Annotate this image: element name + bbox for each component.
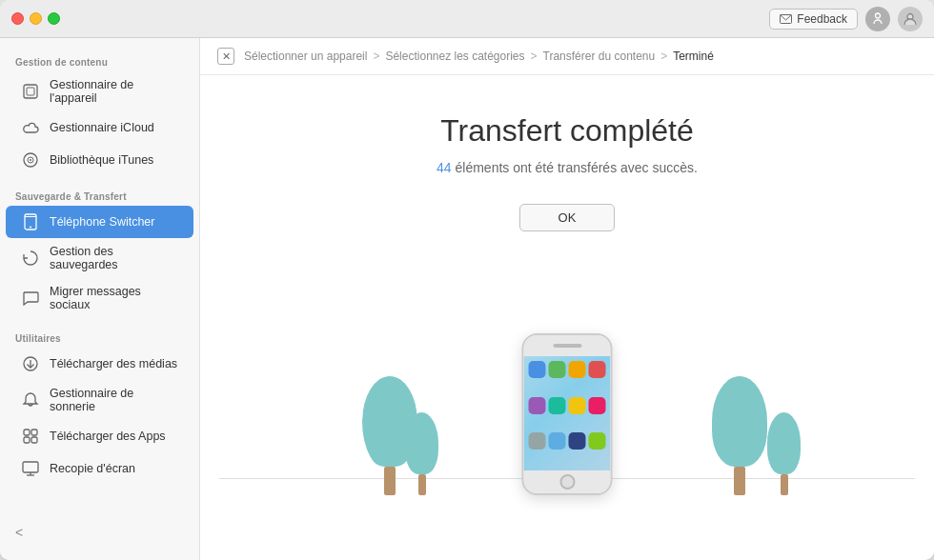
breadcrumb-step-1[interactable]: Sélectionnez les catégories [385, 50, 524, 63]
svg-rect-12 [24, 430, 30, 435]
sidebar-item-apps[interactable]: Télécharger des Apps [6, 420, 193, 452]
app-icon-3 [569, 361, 586, 378]
phone [522, 333, 613, 495]
tree-right-small [767, 412, 801, 495]
sidebar-item-messages-label: Migrer messages sociaux [50, 285, 178, 311]
content-area: ✕ Sélectionner un appareil > Sélectionne… [200, 38, 934, 560]
app-window: Feedback Gestion de contenu [0, 0, 934, 560]
cloud-icon [21, 118, 40, 137]
sidebar-item-medias[interactable]: Télécharger des médias [6, 348, 193, 380]
breadcrumb-sep-1: > [531, 50, 538, 63]
breadcrumb-sep-0: > [373, 50, 379, 63]
sidebar-item-medias-label: Télécharger des médias [50, 357, 177, 370]
sidebar-item-itunes[interactable]: Bibliothèque iTunes [6, 144, 193, 176]
sidebar-item-itunes-label: Bibliothèque iTunes [50, 153, 153, 167]
phone-illustration [522, 333, 613, 495]
svg-point-6 [30, 159, 31, 161]
phone-home-button [559, 474, 575, 490]
section-utilitaires-title: Utilitaires [0, 326, 199, 348]
breadcrumb-bar: ✕ Sélectionner un appareil > Sélectionne… [200, 38, 934, 75]
svg-rect-16 [23, 462, 38, 472]
titlebar-right: Feedback [769, 7, 923, 31]
sidebar-item-sonnerie[interactable]: Gestionnaire de sonnerie [6, 380, 193, 420]
sidebar-item-telephone-label: Téléphone Switcher [50, 215, 154, 229]
breadcrumb-sep-2: > [660, 50, 667, 63]
message-icon [21, 289, 40, 308]
feedback-button[interactable]: Feedback [769, 9, 858, 30]
tree-canopy-right [712, 376, 767, 467]
screen-icon [21, 459, 40, 478]
phone-screen [524, 356, 611, 470]
phone-switcher-icon [21, 212, 40, 231]
minimize-button[interactable] [30, 12, 42, 25]
svg-point-8 [30, 227, 31, 229]
mail-icon [780, 14, 792, 24]
traffic-lights [11, 12, 60, 25]
transfer-subtitle-text: éléments ont été transférés avec succès. [452, 160, 698, 175]
app-icon-1 [529, 361, 546, 378]
breadcrumb-step-3[interactable]: Terminé [673, 50, 714, 63]
tree-right-large [712, 376, 767, 495]
breadcrumb-close-button[interactable]: ✕ [217, 48, 234, 65]
sidebar-collapse-button[interactable]: < [15, 525, 23, 540]
tree-trunk [384, 467, 396, 495]
app-icon [21, 427, 40, 446]
app-icon-9 [529, 432, 546, 450]
main-layout: Gestion de contenu Gestionnaire de l'app… [0, 38, 934, 560]
sidebar-item-icloud[interactable]: Gestionnaire iCloud [6, 111, 193, 144]
svg-rect-14 [24, 437, 30, 443]
breadcrumb-step-0[interactable]: Sélectionner un appareil [244, 50, 367, 63]
tree-canopy-small [405, 412, 438, 474]
bell-user-icon [871, 12, 884, 26]
tree-trunk-right-small [781, 474, 788, 495]
svg-rect-2 [24, 85, 37, 98]
tree-trunk-small [418, 474, 426, 495]
transfer-title: Transfert complété [440, 113, 694, 149]
sidebar-item-icloud-label: Gestionnaire iCloud [50, 121, 154, 134]
music-icon [21, 150, 40, 170]
sidebar-item-sauvegardes-label: Gestion des sauvegardes [50, 245, 178, 271]
sidebar-item-apps-label: Télécharger des Apps [50, 430, 166, 443]
illustration [219, 260, 915, 560]
sidebar-item-appareil-label: Gestionnaire de l'appareil [50, 78, 178, 105]
tree-trunk-right [734, 467, 745, 495]
app-icon-2 [549, 361, 566, 378]
backup-icon [21, 249, 40, 268]
user-icon [903, 11, 918, 27]
transfer-count: 44 [437, 160, 452, 175]
user-avatar[interactable] [898, 7, 923, 31]
tree-left-small [405, 412, 438, 495]
section-gestion-title: Gestion de contenu [0, 50, 199, 71]
svg-rect-3 [27, 88, 34, 95]
sidebar-bottom: < [0, 516, 199, 549]
close-button[interactable] [11, 12, 24, 25]
sidebar-item-sonnerie-label: Gestionnaire de sonnerie [50, 387, 178, 413]
titlebar: Feedback [0, 0, 934, 38]
svg-rect-13 [31, 430, 37, 435]
app-icon-7 [569, 397, 586, 414]
sidebar-item-sauvegardes[interactable]: Gestion des sauvegardes [6, 238, 193, 278]
tree-canopy-right-small [767, 412, 801, 474]
app-icon-6 [549, 397, 566, 414]
account-icon[interactable] [865, 7, 890, 31]
section-sauvegarde-title: Sauvegarde & Transfert [0, 184, 199, 206]
app-icon-12 [589, 432, 606, 450]
phone-bottom-bar [524, 470, 611, 493]
transfer-subtitle: 44 éléments ont été transférés avec succ… [437, 160, 698, 175]
transfer-content: Transfert complété 44 éléments ont été t… [200, 75, 934, 560]
breadcrumb-step-2[interactable]: Transférer du contenu [543, 50, 656, 63]
app-icon-5 [529, 397, 546, 414]
sidebar-item-messages[interactable]: Migrer messages sociaux [6, 278, 193, 318]
phone-speaker [553, 344, 581, 348]
sidebar-item-recopie[interactable]: Recopie d'écran [6, 452, 193, 485]
app-icon-10 [549, 432, 566, 450]
device-icon [21, 82, 40, 101]
app-icon-8 [589, 397, 606, 414]
svg-rect-15 [31, 437, 37, 443]
sidebar: Gestion de contenu Gestionnaire de l'app… [0, 38, 200, 560]
ok-button[interactable]: OK [519, 204, 616, 231]
maximize-button[interactable] [48, 12, 60, 25]
bell-icon [21, 390, 40, 410]
sidebar-item-appareil[interactable]: Gestionnaire de l'appareil [6, 71, 193, 111]
sidebar-item-telephone[interactable]: Téléphone Switcher [6, 206, 193, 238]
